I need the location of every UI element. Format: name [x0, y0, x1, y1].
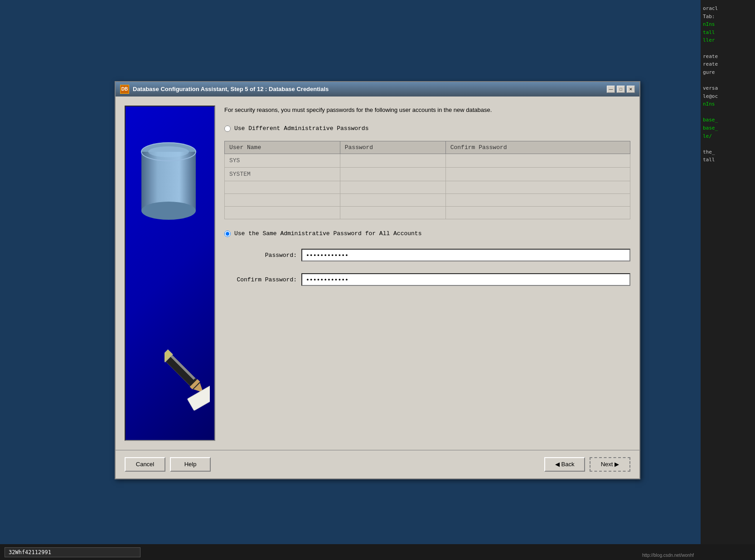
side-panel-text: oracl Tab: nIns tall ller reate reate gu… — [703, 5, 753, 164]
intro-text: For security reasons, you must specify p… — [224, 106, 630, 115]
table-cell-username[interactable] — [225, 194, 340, 207]
close-button[interactable]: ✕ — [627, 86, 635, 93]
dialog-window: DB Database Configuration Assistant, Ste… — [115, 81, 640, 479]
password-input[interactable] — [301, 249, 630, 261]
minimize-button[interactable]: — — [607, 86, 615, 93]
help-button[interactable]: Help — [170, 457, 211, 472]
terminal-bar: http://blog.csdn.net/wonhf — [0, 544, 755, 560]
table-cell-username[interactable] — [225, 181, 340, 194]
table-cell-confirm[interactable] — [445, 168, 630, 181]
table-row — [225, 207, 630, 219]
table-cell-password[interactable] — [340, 168, 445, 181]
cancel-button[interactable]: Cancel — [125, 457, 165, 472]
title-bar-controls: — □ ✕ — [607, 86, 635, 93]
same-password-radio-label[interactable]: Use the Same Administrative Password for… — [224, 230, 630, 237]
back-label: Back — [561, 461, 575, 468]
different-passwords-label: Use Different Administrative Passwords — [234, 125, 368, 132]
table-cell-password[interactable] — [340, 194, 445, 207]
table-cell-username: SYS — [225, 154, 340, 168]
bottom-right-buttons: ◀ Back Next ▶ — [544, 457, 630, 472]
table-header-row: User Name Password Confirm Password — [225, 141, 630, 154]
confirm-password-row: Confirm Password: — [224, 273, 630, 286]
terminal-input[interactable] — [5, 547, 140, 557]
table-row — [225, 181, 630, 194]
back-button[interactable]: ◀ Back — [544, 457, 585, 472]
content-area: For security reasons, you must specify p… — [224, 106, 630, 441]
pen-icon — [165, 340, 210, 413]
table-cell-password[interactable] — [340, 181, 445, 194]
table-row: SYSTEM — [225, 168, 630, 181]
table-row — [225, 194, 630, 207]
same-password-radio[interactable] — [224, 231, 231, 237]
svg-point-2 — [141, 202, 196, 220]
maximize-button[interactable]: □ — [617, 86, 625, 93]
desktop: DB Database Configuration Assistant, Ste… — [0, 0, 755, 560]
svg-point-4 — [148, 146, 189, 157]
next-arrow-icon: ▶ — [615, 461, 619, 468]
next-label: Next — [601, 461, 613, 468]
table-cell-username: SYSTEM — [225, 168, 340, 181]
table-cell-password[interactable] — [340, 207, 445, 219]
next-button[interactable]: Next ▶ — [590, 457, 630, 472]
confirm-password-input[interactable] — [301, 273, 630, 286]
table-cell-confirm[interactable] — [445, 194, 630, 207]
back-arrow-icon: ◀ — [555, 461, 560, 468]
database-icon — [135, 129, 203, 229]
table-row: SYS — [225, 154, 630, 168]
col-confirm-password: Confirm Password — [445, 141, 630, 154]
table-cell-confirm[interactable] — [445, 207, 630, 219]
title-bar-left: DB Database Configuration Assistant, Ste… — [120, 85, 329, 94]
bottom-bar: Cancel Help ◀ Back Next ▶ — [116, 450, 639, 478]
same-password-label: Use the Same Administrative Password for… — [234, 230, 421, 237]
side-panel: oracl Tab: nIns tall ller reate reate gu… — [701, 0, 755, 560]
image-panel — [125, 106, 215, 441]
col-username: User Name — [225, 141, 340, 154]
credentials-table: User Name Password Confirm Password SYSS… — [224, 141, 630, 219]
window-title: Database Configuration Assistant, Step 5… — [133, 86, 329, 92]
table-cell-username[interactable] — [225, 207, 340, 219]
col-password: Password — [340, 141, 445, 154]
different-passwords-radio[interactable] — [224, 126, 231, 132]
title-bar: DB Database Configuration Assistant, Ste… — [116, 82, 639, 97]
table-cell-confirm[interactable] — [445, 181, 630, 194]
dialog-body: For security reasons, you must specify p… — [116, 97, 639, 450]
password-label: Password: — [224, 252, 297, 259]
different-passwords-radio-label[interactable]: Use Different Administrative Passwords — [224, 125, 630, 132]
bottom-left-buttons: Cancel Help — [125, 457, 211, 472]
table-cell-confirm[interactable] — [445, 154, 630, 168]
app-icon: DB — [120, 85, 129, 94]
password-row: Password: — [224, 249, 630, 261]
confirm-password-label: Confirm Password: — [224, 276, 297, 283]
url-bar: http://blog.csdn.net/wonhf — [640, 550, 696, 560]
table-cell-password[interactable] — [340, 154, 445, 168]
